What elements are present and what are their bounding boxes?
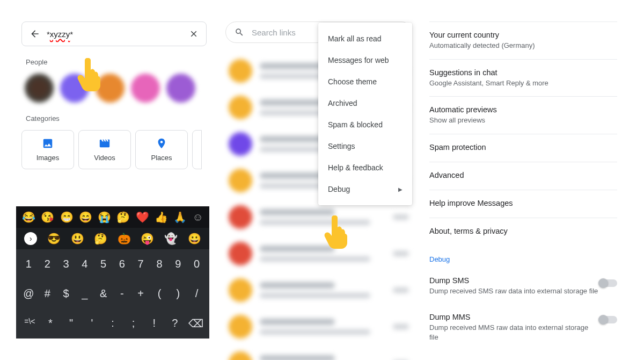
emoji-key[interactable]: 👻 xyxy=(164,232,178,245)
key[interactable]: _ xyxy=(77,287,92,300)
key[interactable]: @ xyxy=(21,287,36,300)
menu-spam-blocked[interactable]: Spam & blocked xyxy=(318,114,412,135)
emoji-key[interactable]: 👍 xyxy=(155,211,168,224)
key[interactable]: 2 xyxy=(40,258,55,270)
key[interactable]: 1 xyxy=(21,258,36,270)
settings-row-country[interactable]: Your current countryAutomatically detect… xyxy=(429,21,617,59)
overflow-menu: Mark all as read Messages for web Choose… xyxy=(318,23,412,205)
key[interactable]: ; xyxy=(126,317,141,330)
search-bar[interactable]: *xyzzy* xyxy=(21,21,207,46)
emoji-picker-icon[interactable]: ☺ xyxy=(192,211,203,224)
emoji-key[interactable]: 😁 xyxy=(60,211,74,224)
emoji-key[interactable]: 😂 xyxy=(22,211,35,224)
emoji-key[interactable]: 😃 xyxy=(71,232,84,245)
emoji-key[interactable]: 🙏 xyxy=(173,211,187,224)
key[interactable]: : xyxy=(105,317,120,330)
settings-row-about[interactable]: About, terms & privacy xyxy=(429,218,617,246)
key[interactable]: ? xyxy=(167,317,182,330)
key[interactable]: 9 xyxy=(171,258,186,270)
key[interactable]: 5 xyxy=(96,258,111,270)
toggle-dump-mms[interactable] xyxy=(599,316,617,323)
key[interactable]: $ xyxy=(58,287,74,300)
key[interactable]: / xyxy=(189,287,204,300)
search-icon xyxy=(235,27,244,37)
list-item[interactable] xyxy=(225,235,412,272)
key[interactable]: 3 xyxy=(58,258,74,270)
menu-debug[interactable]: Debug▶ xyxy=(318,178,412,200)
pointer-hand-icon xyxy=(322,211,354,249)
list-item[interactable] xyxy=(225,345,412,360)
back-arrow-icon[interactable] xyxy=(30,28,40,39)
key[interactable]: 7 xyxy=(133,258,148,270)
list-item[interactable] xyxy=(225,308,412,345)
search-panel: *xyzzy* People Categories Images Videos … xyxy=(0,0,215,360)
keyboard-row-symbols-2: =\< * " ' : ; ! ? ⌫ xyxy=(16,308,209,339)
emoji-key[interactable]: ❤️ xyxy=(136,211,149,224)
emoji-key[interactable]: 😀 xyxy=(188,232,201,245)
toggle-dump-sms[interactable] xyxy=(599,279,617,287)
categories-label: Categories xyxy=(26,114,207,123)
people-label: People xyxy=(26,58,207,66)
settings-row-spam[interactable]: Spam protection xyxy=(429,134,617,162)
menu-help-feedback[interactable]: Help & feedback xyxy=(318,157,412,178)
keyboard[interactable]: 😂 😘 😁 😄 😭 🤔 ❤️ 👍 🙏 ☺ › 😎 😃 🤔 🎃 😜 👻 😀 1 2… xyxy=(16,206,209,339)
key[interactable]: " xyxy=(64,317,79,330)
keyboard-row-numbers: 1 2 3 4 5 6 7 8 9 0 xyxy=(16,249,209,279)
search-placeholder: Search links xyxy=(252,28,296,37)
key[interactable]: 0 xyxy=(189,258,204,270)
menu-messages-web[interactable]: Messages for web xyxy=(318,49,412,71)
emoji-key[interactable]: 🎃 xyxy=(118,232,131,245)
pointer-hand-icon xyxy=(75,54,107,91)
key[interactable]: & xyxy=(96,287,111,300)
search-input[interactable]: *xyzzy* xyxy=(47,30,189,39)
category-images[interactable]: Images xyxy=(21,130,74,169)
menu-settings[interactable]: Settings xyxy=(318,135,412,157)
key[interactable]: + xyxy=(133,287,148,300)
place-icon xyxy=(156,138,167,149)
settings-row-dump-sms[interactable]: Dump SMSDump received SMS raw data into … xyxy=(429,268,617,305)
emoji-key[interactable]: 🤔 xyxy=(116,211,130,224)
chevron-right-icon: ▶ xyxy=(398,186,402,192)
settings-row-suggestions[interactable]: Suggestions in chatGoogle Assistant, Sma… xyxy=(429,59,617,97)
categories-row: Images Videos Places xyxy=(21,130,207,169)
emoji-key[interactable]: 😘 xyxy=(41,211,54,224)
settings-row-previews[interactable]: Automatic previewsShow all previews xyxy=(429,96,617,134)
emoji-key[interactable]: 😭 xyxy=(98,211,111,224)
menu-choose-theme[interactable]: Choose theme xyxy=(318,71,412,92)
chevron-right-icon[interactable]: › xyxy=(24,232,37,245)
key[interactable]: * xyxy=(43,317,58,330)
emoji-key[interactable]: 🤔 xyxy=(94,232,107,245)
people-row xyxy=(25,74,207,103)
settings-row-dump-mms[interactable]: Dump MMSDump received MMS raw data into … xyxy=(429,304,617,350)
messages-panel: Search links Mark all as read Messages f… xyxy=(215,0,419,360)
category-more[interactable] xyxy=(192,130,202,169)
emoji-suggestion-row: 😂 😘 😁 😄 😭 🤔 ❤️ 👍 🙏 ☺ xyxy=(16,206,209,228)
key[interactable]: - xyxy=(114,287,129,300)
avatar[interactable] xyxy=(131,74,160,103)
menu-archived[interactable]: Archived xyxy=(318,92,412,114)
emoji-row: › 😎 😃 🤔 🎃 😜 👻 😀 xyxy=(16,228,209,249)
category-videos[interactable]: Videos xyxy=(78,130,131,169)
settings-row-advanced[interactable]: Advanced xyxy=(429,162,617,190)
category-places[interactable]: Places xyxy=(135,130,188,169)
backspace-key[interactable]: ⌫ xyxy=(188,317,203,330)
list-item[interactable] xyxy=(225,272,412,308)
menu-mark-read[interactable]: Mark all as read xyxy=(318,28,412,49)
key-switch[interactable]: =\< xyxy=(22,317,37,330)
clear-icon[interactable] xyxy=(189,29,199,39)
avatar[interactable] xyxy=(166,74,195,103)
emoji-key[interactable]: 😜 xyxy=(141,232,154,245)
key[interactable]: ( xyxy=(152,287,167,300)
emoji-key[interactable]: 😄 xyxy=(79,211,92,224)
emoji-key[interactable]: 😎 xyxy=(47,232,61,245)
key[interactable]: 8 xyxy=(152,258,167,270)
keyboard-row-symbols-1: @ # $ _ & - + ( ) / xyxy=(16,279,209,308)
key[interactable]: ! xyxy=(147,317,162,330)
key[interactable]: 4 xyxy=(77,258,92,270)
settings-row-help-improve[interactable]: Help improve Messages xyxy=(429,190,617,218)
key[interactable]: 6 xyxy=(114,258,129,270)
avatar[interactable] xyxy=(25,74,54,103)
key[interactable]: # xyxy=(40,287,55,300)
key[interactable]: ) xyxy=(171,287,186,300)
key[interactable]: ' xyxy=(84,317,99,330)
